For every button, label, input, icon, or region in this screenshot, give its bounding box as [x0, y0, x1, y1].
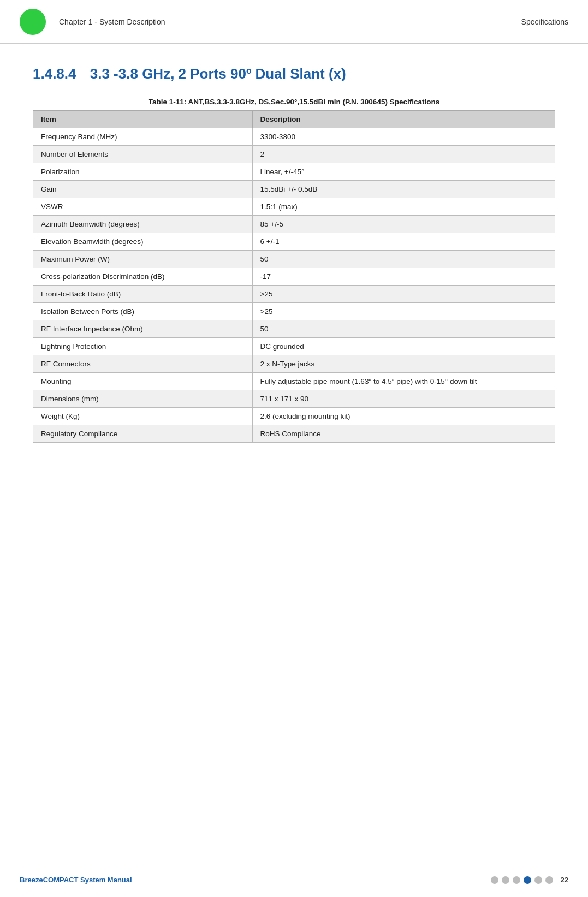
cell-desc: 85 +/-5	[252, 216, 555, 233]
table-header-row: Item Description	[33, 111, 555, 128]
table-row: Isolation Between Ports (dB)>25	[33, 303, 555, 320]
section-heading: 1.4.8.4 3.3 -3.8 GHz, 2 Ports 90º Dual S…	[33, 66, 555, 82]
cell-desc: 6 +/-1	[252, 233, 555, 251]
page-footer: BreezeCOMPACT System Manual 22	[0, 876, 588, 884]
table-row: MountingFully adjustable pipe mount (1.6…	[33, 373, 555, 390]
cell-item: RF Interface Impedance (Ohm)	[33, 320, 253, 338]
table-row: Azimuth Beamwidth (degrees)85 +/-5	[33, 216, 555, 233]
chapter-label: Chapter 1 - System Description	[59, 17, 521, 26]
cell-item: Dimensions (mm)	[33, 390, 253, 408]
cell-item: Polarization	[33, 163, 253, 181]
cell-item: Gain	[33, 181, 253, 198]
cell-item: Maximum Power (W)	[33, 251, 253, 268]
table-row: Gain15.5dBi +/- 0.5dB	[33, 181, 555, 198]
cell-desc: Linear, +/-45°	[252, 163, 555, 181]
cell-item: Weight (Kg)	[33, 408, 253, 425]
cell-item: Number of Elements	[33, 146, 253, 163]
pagination-dot	[502, 876, 509, 884]
cell-item: Front-to-Back Ratio (dB)	[33, 286, 253, 303]
cell-item: Lightning Protection	[33, 338, 253, 355]
pagination-dot	[513, 876, 520, 884]
page-header: Chapter 1 - System Description Specifica…	[0, 0, 588, 44]
section-label: Specifications	[521, 17, 568, 26]
cell-item: Frequency Band (MHz)	[33, 128, 253, 146]
pagination-dot	[545, 876, 553, 884]
table-row: Weight (Kg)2.6 (excluding mounting kit)	[33, 408, 555, 425]
table-row: Lightning ProtectionDC grounded	[33, 338, 555, 355]
cell-desc: 2	[252, 146, 555, 163]
cell-desc: 2.6 (excluding mounting kit)	[252, 408, 555, 425]
cell-desc: Fully adjustable pipe mount (1.63″ to 4.…	[252, 373, 555, 390]
cell-item: Mounting	[33, 373, 253, 390]
col-header-item: Item	[33, 111, 253, 128]
main-content: 1.4.8.4 3.3 -3.8 GHz, 2 Ports 90º Dual S…	[0, 44, 588, 476]
pagination-dot	[524, 876, 531, 884]
table-row: Regulatory ComplianceRoHS Compliance	[33, 425, 555, 443]
table-row: RF Connectors2 x N-Type jacks	[33, 355, 555, 373]
cell-desc: 50	[252, 251, 555, 268]
logo-circle	[20, 9, 46, 35]
table-row: Dimensions (mm)711 x 171 x 90	[33, 390, 555, 408]
cell-item: Elevation Beamwidth (degrees)	[33, 233, 253, 251]
table-row: PolarizationLinear, +/-45°	[33, 163, 555, 181]
cell-desc: DC grounded	[252, 338, 555, 355]
cell-desc: 711 x 171 x 90	[252, 390, 555, 408]
pagination-dot	[491, 876, 498, 884]
table-row: VSWR1.5:1 (max)	[33, 198, 555, 216]
page-number: 22	[561, 876, 568, 884]
product-name: BreezeCOMPACT System Manual	[20, 876, 491, 884]
table-row: Cross-polarization Discrimination (dB)-1…	[33, 268, 555, 286]
section-number: 1.4.8.4	[33, 66, 76, 82]
table-row: Frequency Band (MHz)3300-3800	[33, 128, 555, 146]
cell-item: VSWR	[33, 198, 253, 216]
pagination-dots	[491, 876, 553, 884]
cell-desc: RoHS Compliance	[252, 425, 555, 443]
table-row: RF Interface Impedance (Ohm)50	[33, 320, 555, 338]
cell-desc: >25	[252, 286, 555, 303]
table-row: Elevation Beamwidth (degrees)6 +/-1	[33, 233, 555, 251]
cell-desc: -17	[252, 268, 555, 286]
table-caption: Table 1-11: ANT,BS,3.3-3.8GHz, DS,Sec.90…	[33, 98, 555, 106]
cell-desc: 2 x N-Type jacks	[252, 355, 555, 373]
cell-item: Regulatory Compliance	[33, 425, 253, 443]
cell-desc: 3300-3800	[252, 128, 555, 146]
table-row: Maximum Power (W)50	[33, 251, 555, 268]
col-header-desc: Description	[252, 111, 555, 128]
section-title: 3.3 -3.8 GHz, 2 Ports 90º Dual Slant (x)	[90, 66, 346, 82]
cell-item: Isolation Between Ports (dB)	[33, 303, 253, 320]
table-row: Number of Elements2	[33, 146, 555, 163]
cell-item: Cross-polarization Discrimination (dB)	[33, 268, 253, 286]
pagination-dot	[534, 876, 542, 884]
cell-item: Azimuth Beamwidth (degrees)	[33, 216, 253, 233]
cell-desc: 15.5dBi +/- 0.5dB	[252, 181, 555, 198]
cell-desc: 1.5:1 (max)	[252, 198, 555, 216]
specs-table: Item Description Frequency Band (MHz)330…	[33, 110, 555, 443]
cell-item: RF Connectors	[33, 355, 253, 373]
cell-desc: 50	[252, 320, 555, 338]
cell-desc: >25	[252, 303, 555, 320]
table-row: Front-to-Back Ratio (dB)>25	[33, 286, 555, 303]
